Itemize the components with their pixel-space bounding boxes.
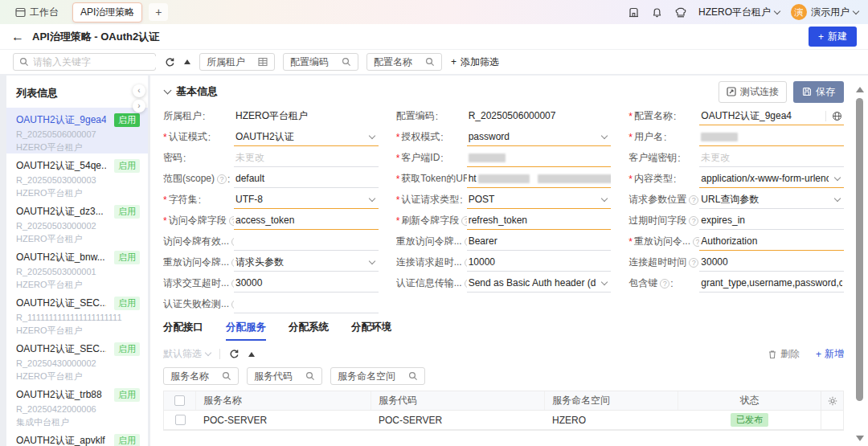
user-menu[interactable]: 演 演示用户 <box>791 4 858 20</box>
column-header: 服务命名空间 <box>545 391 678 410</box>
delete-button[interactable]: 删除 <box>768 347 800 361</box>
list-item[interactable]: OAUTH2认证_apvklf 启用 <box>6 428 148 446</box>
list-item[interactable]: OAUTH2认证_9gea4 启用 R_20250506000007 HZERO… <box>6 108 148 153</box>
search-input[interactable] <box>33 56 158 68</box>
save-button[interactable]: 保存 <box>793 81 844 103</box>
services-table: 服务名称服务代码服务命名空间状态 POC-SERVERPOC-SERVERHZE… <box>163 391 844 431</box>
field-label: 认证模式 <box>163 130 234 146</box>
chevron-down-icon <box>205 350 211 356</box>
field-input[interactable]: Send as Basic Auth header (default) <box>467 274 612 293</box>
field-label-text: 配置名称 <box>634 109 673 123</box>
form-field: 重放访问令牌... 请求头参数 <box>163 251 379 272</box>
field-value: expires_in <box>701 215 842 226</box>
field-input[interactable]: UTF-8 <box>234 190 379 209</box>
keyword-search-box[interactable] <box>13 53 156 71</box>
trash-icon <box>768 350 777 359</box>
field-input[interactable]: default <box>234 170 379 188</box>
filter-chip[interactable]: 所属租户 <box>199 53 275 71</box>
field-input[interactable]: OAUTH2认证_9gea4 <box>699 107 844 125</box>
list-item[interactable]: OAUTH2认证_bnw... 启用 R_20250503000001 HZER… <box>6 245 148 291</box>
form-field: 所属租户 HZERO平台租户 <box>163 104 379 125</box>
tenant-switcher[interactable]: HZERO平台租户 <box>698 6 780 19</box>
service-filter-chip[interactable]: 服务代码 <box>247 367 322 385</box>
scrollbar-thumb[interactable] <box>856 98 863 401</box>
field-label: 密码 <box>163 151 234 167</box>
collapse-left-icon[interactable]: ‹ <box>133 84 145 97</box>
globe-icon[interactable] <box>825 111 842 121</box>
help-icon <box>660 279 669 288</box>
field-input[interactable] <box>699 128 844 146</box>
field-input[interactable]: HZERO平台租户 <box>234 107 379 125</box>
list-item[interactable]: OAUTH2认证_SEC... 启用 R_1111111111111111111… <box>6 291 148 337</box>
tab-workbench[interactable]: 工作台 <box>8 3 66 22</box>
select-all-checkbox[interactable] <box>174 395 185 406</box>
tab-api-governance[interactable]: API治理策略 <box>72 2 142 23</box>
vertical-scrollbar[interactable] <box>855 85 864 443</box>
field-input[interactable]: 10000 <box>467 253 612 272</box>
field-input[interactable]: expires_in <box>699 211 844 230</box>
service-filter-chip[interactable]: 服务命名空间 <box>330 367 425 385</box>
scroll-down-icon[interactable] <box>856 436 864 441</box>
tab-分配环境[interactable]: 分配环境 <box>351 321 391 341</box>
collapse-filter-icon[interactable] <box>184 59 190 64</box>
search-icon <box>19 57 29 67</box>
list-item[interactable]: OAUTH2认证_54qe... 启用 R_20250503000003 HZE… <box>6 153 148 199</box>
field-label-text: 访问令牌字段 <box>169 214 227 227</box>
add-tab-button[interactable]: + <box>149 3 168 21</box>
refresh-icon[interactable] <box>165 57 175 68</box>
field-label: 访问令牌有效... <box>163 235 234 251</box>
filter-chip[interactable]: 配置编码 <box>283 53 358 71</box>
form-field: 连接超时时间 30000 <box>628 251 844 272</box>
filter-chip-label: 配置名称 <box>374 55 412 69</box>
list-item[interactable]: OAUTH2认证_SEC... 启用 R_20250430000002 HZER… <box>6 337 148 383</box>
test-connection-button[interactable]: 测试连接 <box>719 81 787 103</box>
field-input[interactable]: Authorization <box>699 232 844 251</box>
bell-icon[interactable] <box>651 6 663 18</box>
field-input[interactable]: OAUTH2认证 <box>234 128 379 146</box>
gear-icon[interactable] <box>828 396 837 406</box>
hat-icon[interactable] <box>674 6 687 18</box>
list-item[interactable]: OAUTH2认证_trb88 启用 R_20250422000006 集成中台租… <box>6 383 148 428</box>
field-input[interactable]: refresh_token <box>467 211 612 230</box>
tab-分配接口[interactable]: 分配接口 <box>163 321 203 341</box>
table-row[interactable]: POC-SERVERPOC-SERVERHZERO已发布 <box>164 411 843 430</box>
table-settings-cell[interactable] <box>821 391 843 410</box>
field-input[interactable]: 请求头参数 <box>234 253 379 272</box>
filter-chip[interactable]: 配置名称 <box>366 53 442 71</box>
create-new-button[interactable]: + 新建 <box>809 27 857 47</box>
config-code: R_20250503000003 <box>16 175 140 185</box>
field-input[interactable]: access_token <box>234 211 379 230</box>
back-arrow-icon[interactable]: ← <box>11 31 24 43</box>
field-input[interactable]: 未更改 <box>234 149 379 167</box>
field-input[interactable]: 30000 <box>234 274 379 293</box>
add-row-button[interactable]: + 新增 <box>816 347 844 361</box>
collapse-filter-icon[interactable] <box>248 352 255 357</box>
field-input[interactable] <box>467 149 612 167</box>
add-filter-button[interactable]: + 添加筛选 <box>451 55 499 69</box>
field-label: 用户名 <box>628 130 699 146</box>
home-icon[interactable] <box>628 6 640 18</box>
field-input[interactable] <box>234 295 379 313</box>
list-item[interactable]: OAUTH2认证_dz3... 启用 R_20250503000002 HZER… <box>6 199 148 245</box>
field-input[interactable]: 未更改 <box>699 149 844 167</box>
row-checkbox[interactable] <box>175 415 186 425</box>
default-filter-select[interactable]: 默认筛选 <box>163 347 211 361</box>
field-input[interactable]: application/x-www-form-urlencoded <box>699 170 844 188</box>
scroll-up-icon[interactable] <box>856 87 864 92</box>
field-input[interactable]: ht <box>467 170 612 188</box>
default-filter-label: 默认筛选 <box>163 347 202 361</box>
field-input[interactable]: grant_type,username,password,client_id,c… <box>699 274 844 293</box>
tab-分配系统[interactable]: 分配系统 <box>289 321 329 341</box>
expand-right-icon[interactable]: › <box>133 100 145 113</box>
field-input[interactable]: POST <box>467 190 612 209</box>
field-input[interactable]: 30000 <box>699 253 844 272</box>
section-collapse-icon[interactable] <box>164 87 172 95</box>
field-input[interactable]: URL查询参数 <box>699 190 844 209</box>
refresh-icon[interactable] <box>229 349 240 359</box>
tab-分配服务[interactable]: 分配服务 <box>226 321 266 341</box>
field-input[interactable]: password <box>467 128 612 146</box>
service-filter-chip[interactable]: 服务名称 <box>163 367 239 385</box>
field-input[interactable]: Bearer <box>467 232 612 251</box>
field-input[interactable] <box>234 232 379 251</box>
field-input[interactable]: R_20250506000007 <box>467 107 612 125</box>
